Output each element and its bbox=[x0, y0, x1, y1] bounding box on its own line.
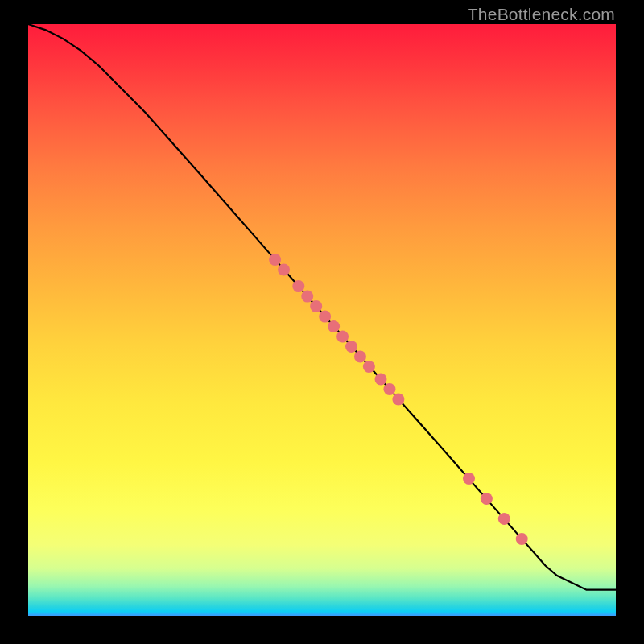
data-marker bbox=[345, 341, 357, 353]
data-marker bbox=[498, 513, 510, 525]
data-marker bbox=[310, 300, 322, 312]
data-marker bbox=[269, 254, 281, 266]
data-marker bbox=[481, 493, 493, 505]
data-marker bbox=[354, 351, 366, 363]
data-marker bbox=[383, 383, 395, 395]
data-marker bbox=[516, 533, 528, 545]
data-marker bbox=[292, 280, 304, 292]
data-marker bbox=[336, 331, 349, 343]
chart-overlay bbox=[28, 24, 616, 616]
data-marker bbox=[278, 264, 290, 276]
watermark-text: TheBottleneck.com bbox=[468, 5, 615, 24]
data-marker bbox=[375, 374, 387, 386]
data-marker bbox=[319, 311, 331, 323]
data-marker bbox=[363, 361, 375, 373]
data-marker bbox=[463, 473, 475, 485]
data-marker bbox=[328, 320, 340, 332]
chart-markers bbox=[269, 254, 528, 545]
data-marker bbox=[301, 291, 313, 303]
data-marker bbox=[392, 393, 404, 405]
